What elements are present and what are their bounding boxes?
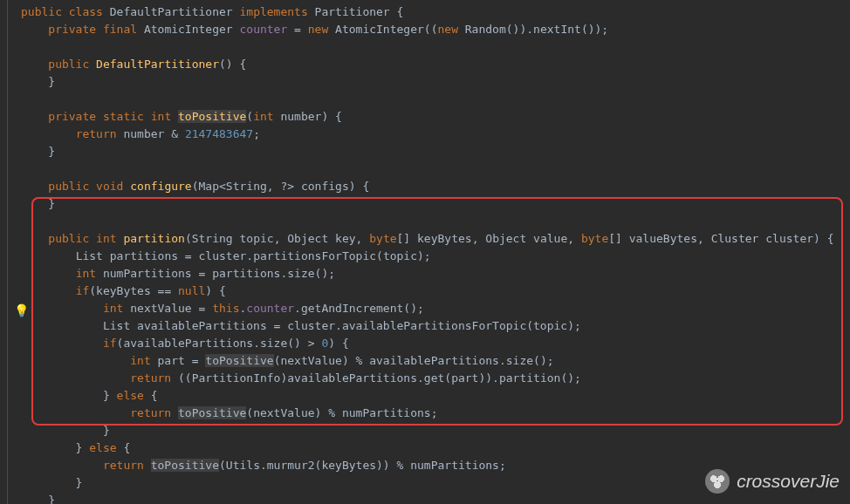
code-content: public class DefaultPartitioner implemen… [17, 3, 850, 504]
watermark-text: crossoverJie [737, 473, 840, 490]
watermark: crossoverJie [705, 469, 840, 494]
wechat-icon [705, 469, 730, 494]
code-editor[interactable]: public class DefaultPartitioner implemen… [0, 0, 850, 504]
